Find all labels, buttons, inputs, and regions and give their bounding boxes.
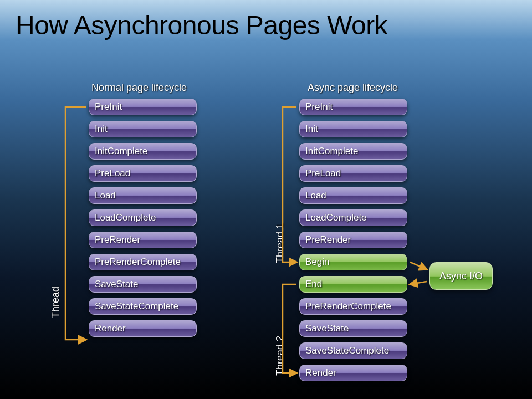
normal-stage-initcomplete: InitComplete <box>89 143 197 160</box>
async-stage-preinit: PreInit <box>299 99 407 115</box>
thread2-label: Thread 2 <box>274 336 286 376</box>
async-stage-initcomplete: InitComplete <box>299 143 407 160</box>
normal-stage-preinit: PreInit <box>89 99 197 115</box>
normal-stage-preload: PreLoad <box>89 165 197 182</box>
async-stage-load: Load <box>299 187 407 204</box>
async-subtitle: Async page lifecycle <box>308 82 398 94</box>
normal-stage-savestatecomplete: SaveStateComplete <box>89 298 197 315</box>
normal-stage-render: Render <box>89 320 197 337</box>
async-stage-prerender: PreRender <box>299 232 407 248</box>
async-stage-begin: Begin <box>299 254 407 270</box>
async-stage-savestatecomplete: SaveStateComplete <box>299 342 407 359</box>
thread-label: Thread <box>50 287 62 318</box>
async-stage-init: Init <box>299 121 407 137</box>
normal-stage-savestate: SaveState <box>89 276 197 293</box>
async-stage-loadcomplete: LoadComplete <box>299 209 407 226</box>
normal-stage-prerendercomplete: PreRenderComplete <box>89 254 197 270</box>
normal-stage-loadcomplete: LoadComplete <box>89 209 197 226</box>
normal-stage-init: Init <box>89 121 197 137</box>
slide-title: How Asynchronous Pages Work <box>16 10 387 40</box>
async-stage-preload: PreLoad <box>299 165 407 182</box>
normal-stage-prerender: PreRender <box>89 232 197 248</box>
async-stage-render: Render <box>299 365 407 381</box>
connector-overlay <box>0 0 532 399</box>
normal-stage-load: Load <box>89 187 197 204</box>
async-stage-end: End <box>299 276 407 293</box>
normal-subtitle: Normal page lifecycle <box>91 82 187 94</box>
thread1-label: Thread 1 <box>274 223 286 263</box>
async-stage-prerendercomplete: PreRenderComplete <box>299 298 407 315</box>
async-stage-savestate: SaveState <box>299 320 407 337</box>
async-io-box: Async I/O <box>429 262 493 290</box>
